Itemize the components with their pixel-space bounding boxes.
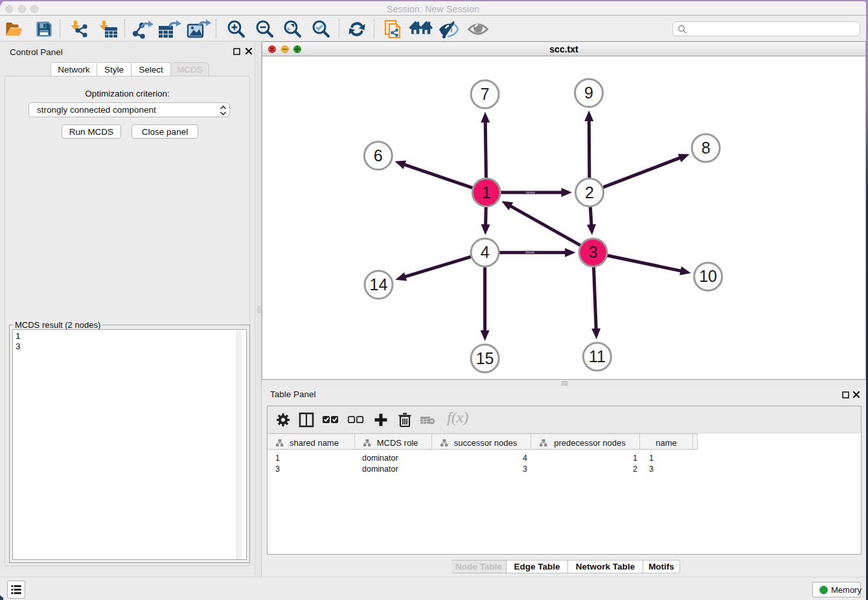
svg-text:3: 3 [589,243,598,261]
svg-text:2: 2 [585,183,594,202]
svg-text:8: 8 [702,139,711,157]
svg-text:14: 14 [370,275,388,294]
svg-text:1: 1 [482,183,491,202]
svg-text:4: 4 [481,243,490,261]
svg-text:6: 6 [374,146,383,165]
svg-text:15: 15 [476,349,494,367]
svg-text:10: 10 [699,267,717,285]
svg-text:11: 11 [589,347,606,365]
svg-text:9: 9 [584,84,593,102]
svg-text:7: 7 [481,85,490,103]
